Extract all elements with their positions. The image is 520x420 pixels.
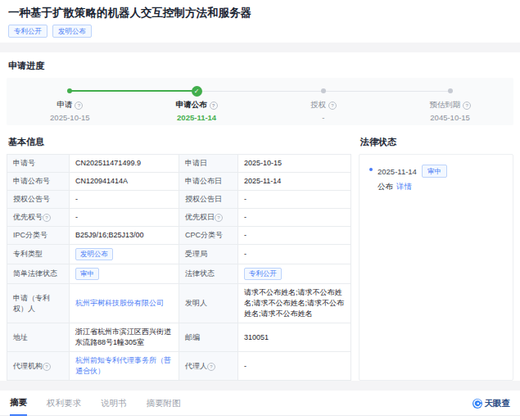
field-label: 法律状态 <box>179 264 238 284</box>
tab-bar: 摘要权利要求说明书摘要附图 天眼查 <box>0 391 520 416</box>
field-label: 邮编 <box>179 323 238 352</box>
page-header: 一种基于扩散策略的机器人交互控制方法和服务器 专利公开 发明公布 <box>0 0 520 43</box>
step-date: - <box>260 113 387 122</box>
step-label: 预估到期 <box>429 100 460 111</box>
info-icon: ? <box>75 102 83 110</box>
status-tag: 专利公开 <box>8 25 47 38</box>
brand-name: 天眼查 <box>485 398 511 409</box>
progress-step: 预估到期?2045-10-15 <box>387 85 513 125</box>
info-icon: ? <box>207 363 215 371</box>
basic-info-table: 申请号CN202511471499.9申请日2025-10-15申请公布号CN1… <box>7 154 351 381</box>
section-divider <box>0 43 520 52</box>
field-value: 2025-11-14 <box>238 173 351 191</box>
field-value: - <box>238 245 351 264</box>
legal-status-card: 2025-11-14 审中 公布详情 <box>359 154 513 381</box>
field-label: 授权公告号 <box>7 191 70 209</box>
tab-description[interactable]: 说明书 <box>101 398 127 415</box>
status-tag: 发明公布 <box>52 25 92 38</box>
field-value: 浙江省杭州市滨江区西兴街道东流路88号1幢305室 <box>70 323 179 352</box>
legal-detail-link[interactable]: 详情 <box>396 182 412 191</box>
legal-status-item: 2025-11-14 审中 公布详情 <box>368 165 504 192</box>
legal-status-section-title: 法律状态 <box>360 136 512 148</box>
entity-link[interactable]: 杭州宇树科技股份有限公司 <box>70 284 179 323</box>
tianyancha-eye-icon <box>473 399 482 409</box>
field-label: 发明人 <box>179 284 238 323</box>
status-tag: 审中 <box>70 264 179 284</box>
step-dot-icon <box>448 88 453 93</box>
main-section: 申请进度 申请?2025-10-15✓申请公布?2025-11-14授权?-预估… <box>0 52 520 381</box>
step-label: 授权 <box>310 100 326 111</box>
table-row: 申请公布号CN120941414A申请公布日2025-11-14 <box>7 173 351 191</box>
status-tag: 审中 <box>422 165 447 178</box>
step-dot-icon <box>321 88 326 93</box>
info-icon: ? <box>328 102 337 110</box>
info-icon: ? <box>43 214 51 222</box>
field-label: 申请公布号 <box>7 173 70 191</box>
info-icon: ? <box>463 102 471 110</box>
progress-step: 授权?- <box>260 85 387 125</box>
status-tag: 发明公布 <box>70 245 179 264</box>
tab-abstract-drawing[interactable]: 摘要附图 <box>147 398 181 415</box>
check-icon: ✓ <box>192 86 202 97</box>
tab-abstract[interactable]: 摘要 <box>10 397 27 416</box>
field-value: - <box>238 209 351 227</box>
field-label: 授权公告日 <box>179 191 238 209</box>
field-value: CN202511471499.9 <box>70 155 179 173</box>
field-value: CN120941414A <box>70 173 179 191</box>
table-row: 申请（专利权）人杭州宇树科技股份有限公司发明人请求不公布姓名;请求不公布姓名;请… <box>7 284 351 323</box>
bullet-icon <box>369 168 373 171</box>
field-value: - <box>70 209 179 227</box>
field-label: IPC分类号 <box>7 227 70 245</box>
table-row: 专利类型发明公布受理局- <box>7 245 351 264</box>
info-icon: ? <box>215 214 223 222</box>
table-row: IPC分类号B25J9/16;B25J13/00CPC分类号- <box>7 227 351 245</box>
field-value: B25J9/16;B25J13/00 <box>70 227 179 245</box>
patent-tags: 专利公开 发明公布 <box>8 25 512 38</box>
document-section: 摘要权利要求说明书摘要附图 天眼查 本发明公开了一种基于扩散策略的机器人交互控制… <box>0 391 520 420</box>
field-value: 310051 <box>238 323 351 352</box>
info-icon: ? <box>210 102 218 110</box>
brand-logo: 天眼查 <box>473 398 511 415</box>
section-divider <box>0 381 520 391</box>
legal-status-date: 2025-11-14 <box>378 167 417 176</box>
table-row: 授权公告号-授权公告日- <box>7 191 351 209</box>
field-label: 申请号 <box>7 155 70 173</box>
step-dot-icon <box>67 88 72 93</box>
step-date: 2045-10-15 <box>387 113 513 122</box>
field-label: 代理机构? <box>7 352 70 381</box>
info-icon: ? <box>43 363 51 371</box>
table-row: 地址浙江省杭州市滨江区西兴街道东流路88号1幢305室邮编310051 <box>7 323 351 352</box>
legal-event-label: 公布 <box>378 182 393 191</box>
step-label: 申请 <box>57 100 72 111</box>
progress-step: 申请?2025-10-15 <box>7 85 133 125</box>
field-value: - <box>238 352 351 381</box>
field-label: 优先权号? <box>7 209 70 227</box>
step-date: 2025-11-14 <box>133 113 260 122</box>
progress-timeline: 申请?2025-10-15✓申请公布?2025-11-14授权?-预估到期?20… <box>7 78 513 125</box>
progress-step: ✓申请公布?2025-11-14 <box>133 85 260 125</box>
field-label: 申请日 <box>179 155 238 173</box>
page-title: 一种基于扩散策略的机器人交互控制方法和服务器 <box>8 6 512 20</box>
step-date: 2025-10-15 <box>7 113 133 122</box>
table-row: 优先权号?-优先权日?- <box>7 209 351 227</box>
field-label: 优先权日? <box>179 209 238 227</box>
field-value: 请求不公布姓名;请求不公布姓名;请求不公布姓名;请求不公布姓名;请求不公布姓名 <box>238 284 351 323</box>
tab-claims[interactable]: 权利要求 <box>47 398 81 415</box>
step-label: 申请公布 <box>176 100 207 111</box>
field-label: CPC分类号 <box>179 227 238 245</box>
field-label: 申请（专利权）人 <box>7 284 70 323</box>
field-label: 简单法律状态 <box>7 264 70 284</box>
field-value: 2025-10-15 <box>238 155 351 173</box>
progress-section-title: 申请进度 <box>8 60 512 72</box>
table-row: 简单法律状态审中法律状态专利公开 <box>7 264 351 284</box>
entity-link[interactable]: 杭州前知专利代理事务所（普通合伙） <box>70 352 179 381</box>
field-label: 地址 <box>7 323 70 352</box>
field-label: 申请公布日 <box>179 173 238 191</box>
table-row: 申请号CN202511471499.9申请日2025-10-15 <box>7 155 351 173</box>
table-row: 代理机构?杭州前知专利代理事务所（普通合伙）代理人?- <box>7 352 351 381</box>
field-label: 受理局 <box>179 245 238 264</box>
field-label: 专利类型 <box>7 245 70 264</box>
status-tag: 专利公开 <box>238 264 351 284</box>
field-value: - <box>238 227 351 245</box>
field-value: - <box>238 191 351 209</box>
